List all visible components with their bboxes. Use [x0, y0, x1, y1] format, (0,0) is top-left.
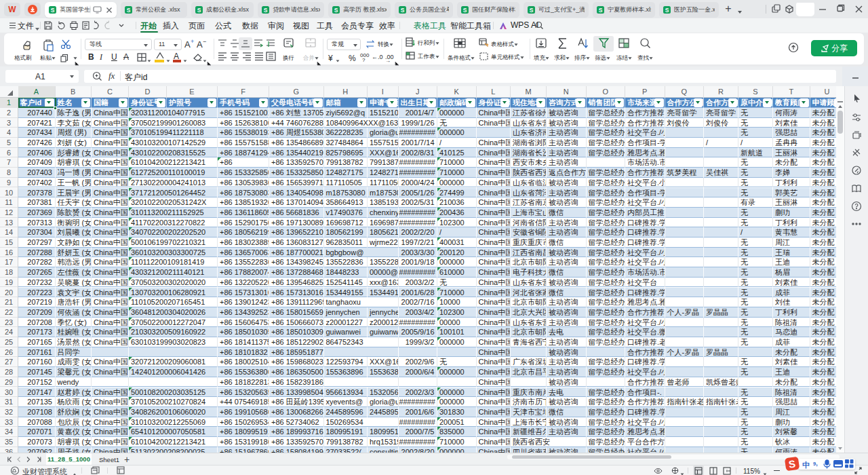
svg-text:W: W: [8, 5, 16, 14]
